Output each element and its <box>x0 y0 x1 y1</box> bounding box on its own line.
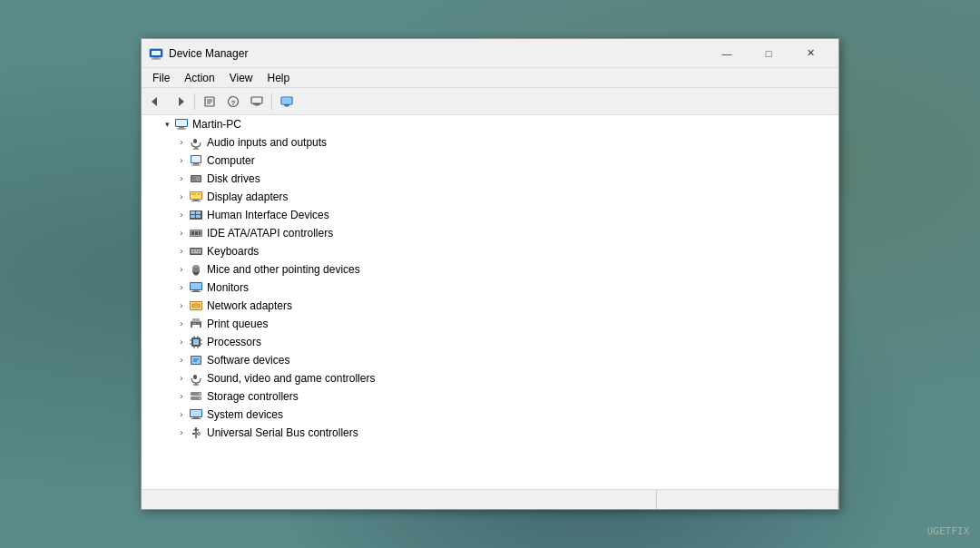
svg-point-108 <box>198 433 201 435</box>
svg-rect-107 <box>192 433 195 435</box>
svg-rect-78 <box>193 323 196 324</box>
processor-chevron: › <box>174 335 189 349</box>
tree-item-print[interactable]: › Print queues <box>142 315 838 333</box>
svg-rect-14 <box>255 104 259 105</box>
toolbar-devices-button[interactable] <box>246 92 268 112</box>
svg-rect-18 <box>285 105 289 106</box>
maximize-button[interactable]: □ <box>748 39 789 68</box>
watermark: UGETFIX <box>927 525 969 537</box>
tree-item-monitors[interactable]: › Monitors <box>142 279 838 297</box>
svg-rect-66 <box>193 290 199 291</box>
keyboard-label: Keyboards <box>207 245 259 258</box>
svg-rect-40 <box>197 193 201 195</box>
tree-root-item[interactable]: ▾ Martin-PC <box>142 115 838 133</box>
svg-rect-53 <box>191 250 193 251</box>
svg-marker-109 <box>194 427 198 430</box>
mouse-label: Mice and other pointing devices <box>207 263 360 276</box>
svg-rect-22 <box>177 129 186 130</box>
menu-view[interactable]: View <box>222 70 260 86</box>
tree-item-audio[interactable]: › Audio inputs and outputs <box>142 133 838 152</box>
svg-rect-20 <box>176 120 187 126</box>
svg-text:?: ? <box>231 98 236 106</box>
close-button[interactable]: ✕ <box>789 39 831 68</box>
hid-label: Human Interface Devices <box>207 209 329 221</box>
monitors-icon <box>189 280 203 295</box>
menu-action[interactable]: Action <box>177 70 221 86</box>
audio-label: Audio inputs and outputs <box>207 136 327 149</box>
tree-item-usb[interactable]: › Universal Serial Bus controllers <box>142 424 838 442</box>
display-chevron: › <box>174 190 189 204</box>
svg-rect-55 <box>197 250 199 251</box>
print-label: Print queues <box>207 318 268 330</box>
tree-item-hid[interactable]: › Human Interface Devices <box>142 206 838 224</box>
system-icon <box>189 407 203 422</box>
tree-item-computer[interactable]: › Computer <box>142 152 838 170</box>
minimize-button[interactable]: — <box>706 39 748 68</box>
system-chevron: › <box>174 407 189 422</box>
menu-help[interactable]: Help <box>260 70 298 86</box>
tree-item-ide[interactable]: › IDE ATA/ATAPI controllers <box>142 224 838 242</box>
svg-rect-94 <box>193 375 197 379</box>
svg-rect-48 <box>191 231 194 235</box>
svg-point-99 <box>199 393 201 395</box>
root-chevron: ▾ <box>160 117 174 132</box>
svg-rect-3 <box>152 58 161 59</box>
system-label: System devices <box>207 408 283 421</box>
tree-item-mouse[interactable]: › Mice and other pointing devices <box>142 260 838 279</box>
keyboard-chevron: › <box>174 244 189 259</box>
tree-item-system[interactable]: › System devices <box>142 406 838 424</box>
tree-item-keyboard[interactable]: › Keyboards <box>142 242 838 260</box>
computer-chevron: › <box>174 153 189 168</box>
svg-rect-2 <box>153 57 159 59</box>
root-computer-icon <box>174 117 189 132</box>
tree-item-storage[interactable]: › Storage controllers <box>142 387 838 406</box>
toolbar-forward-button[interactable] <box>169 92 191 112</box>
mouse-icon <box>189 262 203 277</box>
toolbar-properties-button[interactable] <box>199 92 220 112</box>
toolbar-back-button[interactable] <box>145 92 167 112</box>
svg-rect-43 <box>196 211 201 214</box>
usb-chevron: › <box>174 426 189 440</box>
toolbar-separator-1 <box>194 93 195 110</box>
svg-rect-59 <box>199 252 201 254</box>
svg-marker-4 <box>152 97 157 106</box>
svg-rect-50 <box>199 231 201 235</box>
tree-item-software[interactable]: › Software devices <box>142 351 838 369</box>
svg-rect-57 <box>191 252 193 254</box>
ide-icon <box>189 226 203 240</box>
menu-file[interactable]: File <box>145 70 177 86</box>
sound-chevron: › <box>174 371 189 386</box>
app-icon <box>149 46 163 61</box>
toolbar-help-button[interactable]: ? <box>222 92 244 112</box>
svg-rect-102 <box>191 410 201 416</box>
hid-chevron: › <box>174 208 189 222</box>
monitors-chevron: › <box>174 280 189 295</box>
tree-item-sound[interactable]: › Sound, video and game controllers <box>142 369 838 387</box>
svg-rect-45 <box>196 215 201 218</box>
tree-item-disk[interactable]: › Disk drives <box>142 170 838 188</box>
svg-rect-12 <box>251 97 262 103</box>
network-chevron: › <box>174 298 189 313</box>
tree-item-network[interactable]: › Network adapters <box>142 297 838 315</box>
svg-point-63 <box>195 266 198 268</box>
tree-item-processor[interactable]: › Processors <box>142 333 838 351</box>
root-label: Martin-PC <box>192 118 241 131</box>
svg-rect-1 <box>152 51 161 55</box>
svg-rect-52 <box>191 249 201 254</box>
svg-rect-49 <box>195 231 198 235</box>
network-label: Network adapters <box>207 299 292 312</box>
monitors-label: Monitors <box>207 281 249 294</box>
status-text <box>142 490 657 509</box>
device-tree-content[interactable]: ▾ Martin-PC › <box>142 115 838 489</box>
svg-marker-5 <box>179 97 184 106</box>
usb-icon <box>189 426 203 440</box>
storage-label: Storage controllers <box>207 390 299 403</box>
sound-label: Sound, video and game controllers <box>207 372 375 385</box>
hid-icon <box>189 208 203 222</box>
toolbar-monitor-button[interactable] <box>276 92 298 112</box>
processor-label: Processors <box>207 336 261 348</box>
tree-item-display[interactable]: › Display adapters <box>142 188 838 206</box>
software-label: Software devices <box>207 354 289 367</box>
ide-label: IDE ATA/ATAPI controllers <box>207 227 333 240</box>
svg-rect-104 <box>191 418 201 419</box>
